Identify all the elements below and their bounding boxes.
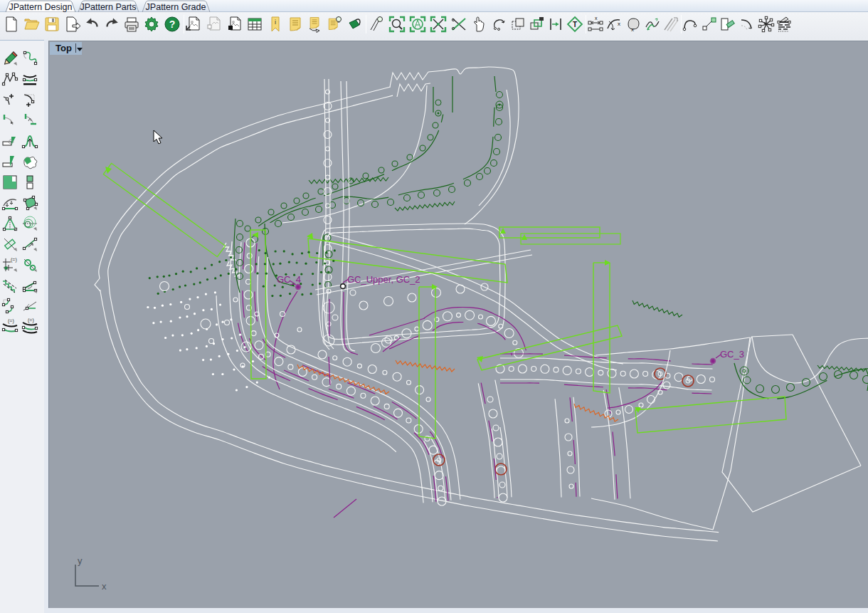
svg-text:(-): (-)	[538, 21, 542, 26]
svg-text:GC_Upper, GC_2: GC_Upper, GC_2	[347, 274, 420, 285]
svg-text:y: y	[78, 557, 83, 566]
svg-text:JPattern Design: JPattern Design	[9, 2, 73, 12]
svg-text:?: ?	[169, 19, 176, 30]
svg-text:GC_4: GC_4	[277, 274, 301, 285]
svg-text:x: x	[618, 21, 620, 27]
svg-text:(=): (=)	[11, 257, 17, 263]
svg-text:x: x	[595, 16, 598, 21]
svg-text:JPattern Parts: JPattern Parts	[80, 2, 136, 12]
svg-text:(=): (=)	[8, 318, 14, 324]
svg-text:T: T	[573, 21, 577, 28]
svg-text:(=): (=)	[28, 318, 34, 323]
svg-text:x: x	[631, 26, 634, 33]
svg-text:GC_3: GC_3	[720, 349, 744, 360]
svg-text:i: i	[275, 19, 276, 26]
svg-text:JPattern Grade: JPattern Grade	[146, 2, 206, 12]
svg-text:x: x	[102, 581, 107, 592]
